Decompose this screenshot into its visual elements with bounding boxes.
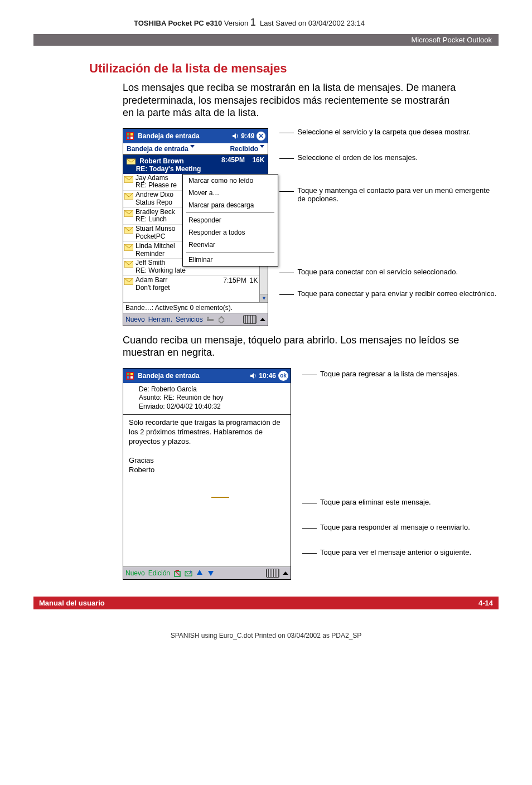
start-flag-icon bbox=[124, 370, 136, 381]
svg-marker-21 bbox=[250, 373, 254, 379]
menu-item[interactable]: Responder bbox=[183, 214, 278, 226]
svg-rect-18 bbox=[130, 373, 133, 375]
svg-rect-19 bbox=[127, 376, 129, 379]
callouts-fig1: Seleccione el servicio y la carpeta que … bbox=[279, 128, 499, 326]
menu-item[interactable]: Marcar para descarga bbox=[183, 199, 278, 211]
chapter-bar: Microsoft Pocket Outlook bbox=[33, 34, 499, 46]
section-heading: Utilización de la lista de mensajes bbox=[89, 61, 499, 76]
svg-rect-22 bbox=[175, 571, 180, 576]
print-footnote: SPANISH using Euro_C.dot Printed on 03/0… bbox=[33, 632, 499, 639]
volume-icon bbox=[250, 372, 257, 379]
mid-paragraph: Cuando reciba un mensaje, tóquelo para a… bbox=[123, 334, 460, 359]
envelope-icon bbox=[124, 261, 133, 268]
message-body: Sólo recordarte que traigas la programac… bbox=[123, 415, 291, 566]
doc-header: TOSHIBA Pocket PC e310 Version 1 Last Sa… bbox=[134, 17, 499, 28]
delete-icon[interactable] bbox=[173, 569, 181, 577]
callout-highlight bbox=[211, 497, 229, 498]
volume-icon bbox=[232, 133, 239, 139]
page-footer: Manual del usuario4-14 bbox=[33, 597, 499, 609]
clock-time: 9:49 bbox=[241, 132, 254, 140]
cmd-herram[interactable]: Herram. bbox=[148, 316, 172, 323]
pda-screenshot-2: Bandeja de entrada 10:46 ok De: Roberto … bbox=[123, 368, 291, 580]
sip-up-icon[interactable] bbox=[283, 571, 288, 575]
svg-rect-2 bbox=[130, 133, 133, 135]
svg-marker-26 bbox=[197, 570, 202, 575]
connect-icon[interactable] bbox=[206, 316, 214, 323]
keyboard-icon[interactable] bbox=[243, 315, 257, 324]
menu-item[interactable]: Mover a… bbox=[183, 187, 278, 199]
next-icon[interactable] bbox=[207, 569, 215, 577]
envelope-icon bbox=[124, 193, 133, 200]
command-bar: Nuevo Herram. Servicios bbox=[123, 313, 268, 326]
cmd-nuevo[interactable]: Nuevo bbox=[125, 569, 145, 577]
svg-rect-14 bbox=[207, 319, 214, 321]
prev-icon[interactable] bbox=[196, 569, 204, 577]
svg-marker-27 bbox=[208, 571, 214, 576]
menu-item[interactable]: Responder a todos bbox=[183, 226, 278, 239]
scroll-down-icon[interactable]: ▼ bbox=[260, 294, 268, 302]
keyboard-icon[interactable] bbox=[266, 569, 279, 578]
list-subheader[interactable]: Bandeja de entrada Recibido bbox=[123, 143, 268, 155]
cmd-nuevo[interactable]: Nuevo bbox=[125, 316, 145, 323]
envelope-icon bbox=[124, 210, 133, 217]
envelope-open-icon bbox=[127, 158, 136, 164]
cmd-servicios[interactable]: Servicios bbox=[176, 316, 203, 323]
reply-icon[interactable] bbox=[185, 569, 192, 577]
status-bar: Bande…: ActiveSync 0 elemento(s). bbox=[123, 302, 268, 313]
chevron-down-icon bbox=[190, 145, 195, 148]
callouts-fig2: Toque para regresar a la lista de mensaj… bbox=[302, 368, 471, 580]
svg-marker-5 bbox=[233, 133, 236, 139]
svg-rect-20 bbox=[130, 376, 133, 379]
ok-button[interactable]: ok bbox=[278, 371, 288, 381]
close-icon[interactable]: ✕ bbox=[257, 132, 265, 140]
pda-screenshot-1: Bandeja de entrada 9:49 ✕ Bandeja de ent… bbox=[123, 128, 268, 326]
envelope-icon bbox=[124, 244, 133, 251]
svg-point-15 bbox=[207, 317, 209, 319]
message-row[interactable]: Adam BarrDon't forget 7:15PM1K bbox=[123, 275, 260, 293]
cmd-edicion[interactable]: Edición bbox=[148, 569, 170, 577]
app-title: Bandeja de entrada bbox=[136, 372, 250, 380]
start-flag-icon bbox=[124, 130, 136, 142]
envelope-icon bbox=[124, 278, 133, 285]
envelope-icon bbox=[124, 227, 133, 234]
app-title: Bandeja de entrada bbox=[136, 132, 232, 140]
svg-rect-4 bbox=[130, 137, 133, 139]
command-bar: Nuevo Edición bbox=[123, 566, 291, 579]
sip-up-icon[interactable] bbox=[260, 318, 265, 321]
intro-paragraph: Los mensajes que reciba se mostrarán en … bbox=[123, 81, 460, 119]
clock-time: 10:46 bbox=[259, 372, 276, 380]
svg-rect-1 bbox=[127, 133, 129, 135]
envelope-icon bbox=[124, 176, 133, 183]
message-header-info: De: Roberto García Asunto: RE: Reunión d… bbox=[123, 383, 291, 415]
svg-rect-3 bbox=[127, 137, 129, 139]
menu-item[interactable]: Eliminar bbox=[183, 254, 278, 266]
menu-item[interactable]: Reenviar bbox=[183, 239, 278, 251]
message-row-selected[interactable]: Robert Brown 8:45PM 16K RE: Today's Meet… bbox=[123, 155, 268, 174]
sendreceive-icon[interactable] bbox=[217, 316, 225, 323]
context-menu: Marcar como no leído Mover a… Marcar par… bbox=[182, 174, 278, 266]
svg-rect-17 bbox=[127, 373, 129, 375]
chevron-down-icon bbox=[260, 145, 264, 148]
menu-item[interactable]: Marcar como no leído bbox=[183, 175, 278, 187]
